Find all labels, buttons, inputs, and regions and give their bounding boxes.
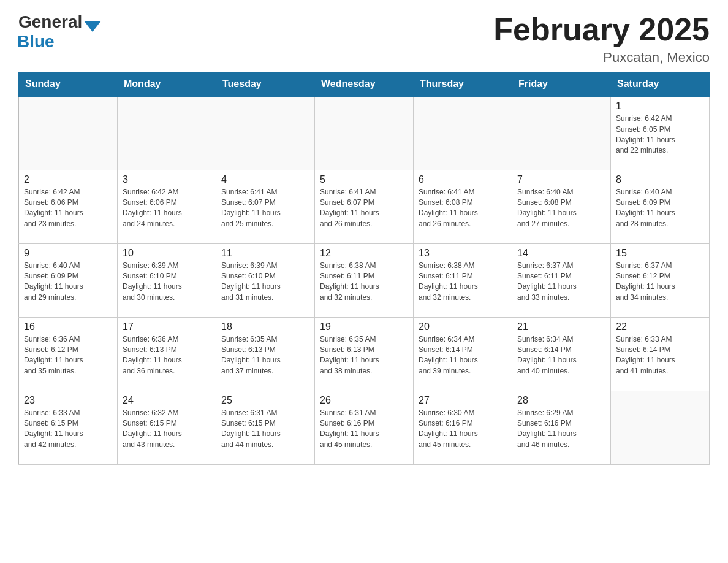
day-number: 21 (517, 321, 605, 332)
day-info: Sunrise: 6:32 AM Sunset: 6:15 PM Dayligh… (123, 408, 211, 451)
calendar-cell: 18Sunrise: 6:35 AM Sunset: 6:13 PM Dayli… (216, 317, 315, 391)
calendar-header: SundayMondayTuesdayWednesdayThursdayFrid… (19, 72, 710, 97)
day-number: 23 (24, 395, 112, 406)
calendar-cell: 24Sunrise: 6:32 AM Sunset: 6:15 PM Dayli… (118, 391, 216, 464)
calendar-cell: 5Sunrise: 6:41 AM Sunset: 6:07 PM Daylig… (315, 170, 414, 243)
calendar-cell (118, 96, 216, 170)
logo-general-text: General (18, 12, 82, 32)
calendar-week-row: 9Sunrise: 6:40 AM Sunset: 6:09 PM Daylig… (19, 243, 710, 317)
day-info: Sunrise: 6:34 AM Sunset: 6:14 PM Dayligh… (419, 334, 507, 377)
calendar-cell: 9Sunrise: 6:40 AM Sunset: 6:09 PM Daylig… (19, 243, 118, 317)
calendar-cell: 12Sunrise: 6:38 AM Sunset: 6:11 PM Dayli… (315, 243, 414, 317)
day-info: Sunrise: 6:42 AM Sunset: 6:06 PM Dayligh… (123, 187, 211, 230)
day-number: 15 (616, 248, 704, 259)
calendar-cell: 28Sunrise: 6:29 AM Sunset: 6:16 PM Dayli… (512, 391, 611, 464)
day-info: Sunrise: 6:41 AM Sunset: 6:07 PM Dayligh… (320, 187, 408, 230)
day-number: 26 (320, 395, 408, 406)
calendar-cell: 22Sunrise: 6:33 AM Sunset: 6:14 PM Dayli… (611, 317, 710, 391)
calendar-body: 1Sunrise: 6:42 AM Sunset: 6:05 PM Daylig… (19, 96, 710, 464)
day-info: Sunrise: 6:34 AM Sunset: 6:14 PM Dayligh… (517, 334, 605, 377)
calendar-cell: 16Sunrise: 6:36 AM Sunset: 6:12 PM Dayli… (19, 317, 118, 391)
title-block: February 2025 Puxcatan, Mexico (493, 12, 710, 66)
day-number: 14 (517, 248, 605, 259)
day-number: 16 (24, 321, 112, 332)
day-info: Sunrise: 6:31 AM Sunset: 6:15 PM Dayligh… (221, 408, 309, 451)
day-info: Sunrise: 6:38 AM Sunset: 6:11 PM Dayligh… (320, 261, 408, 304)
logo: General Blue (18, 12, 101, 52)
day-info: Sunrise: 6:42 AM Sunset: 6:05 PM Dayligh… (616, 113, 704, 156)
calendar-week-row: 23Sunrise: 6:33 AM Sunset: 6:15 PM Dayli… (19, 391, 710, 464)
day-number: 4 (221, 174, 309, 185)
day-number: 11 (221, 248, 309, 259)
day-info: Sunrise: 6:35 AM Sunset: 6:13 PM Dayligh… (221, 334, 309, 377)
day-number: 24 (123, 395, 211, 406)
calendar-week-row: 16Sunrise: 6:36 AM Sunset: 6:12 PM Dayli… (19, 317, 710, 391)
calendar-cell (315, 96, 414, 170)
weekday-header-sunday: Sunday (19, 72, 118, 97)
day-number: 8 (616, 174, 704, 185)
day-info: Sunrise: 6:35 AM Sunset: 6:13 PM Dayligh… (320, 334, 408, 377)
day-info: Sunrise: 6:33 AM Sunset: 6:14 PM Dayligh… (616, 334, 704, 377)
calendar-cell (512, 96, 611, 170)
page-header: General Blue February 2025 Puxcatan, Mex… (18, 12, 710, 66)
day-number: 2 (24, 174, 112, 185)
day-info: Sunrise: 6:40 AM Sunset: 6:09 PM Dayligh… (24, 261, 112, 304)
day-number: 22 (616, 321, 704, 332)
calendar-cell: 13Sunrise: 6:38 AM Sunset: 6:11 PM Dayli… (414, 243, 512, 317)
calendar-cell: 17Sunrise: 6:36 AM Sunset: 6:13 PM Dayli… (118, 317, 216, 391)
calendar-cell (19, 96, 118, 170)
calendar-cell: 11Sunrise: 6:39 AM Sunset: 6:10 PM Dayli… (216, 243, 315, 317)
calendar-subtitle: Puxcatan, Mexico (493, 50, 710, 66)
day-info: Sunrise: 6:40 AM Sunset: 6:09 PM Dayligh… (616, 187, 704, 230)
calendar-cell: 27Sunrise: 6:30 AM Sunset: 6:16 PM Dayli… (414, 391, 512, 464)
calendar-cell (611, 391, 710, 464)
day-info: Sunrise: 6:36 AM Sunset: 6:12 PM Dayligh… (24, 334, 112, 377)
day-info: Sunrise: 6:38 AM Sunset: 6:11 PM Dayligh… (419, 261, 507, 304)
day-info: Sunrise: 6:33 AM Sunset: 6:15 PM Dayligh… (24, 408, 112, 451)
day-number: 10 (123, 248, 211, 259)
day-number: 20 (419, 321, 507, 332)
calendar-week-row: 1Sunrise: 6:42 AM Sunset: 6:05 PM Daylig… (19, 96, 710, 170)
calendar-cell: 25Sunrise: 6:31 AM Sunset: 6:15 PM Dayli… (216, 391, 315, 464)
day-number: 6 (419, 174, 507, 185)
calendar-cell: 6Sunrise: 6:41 AM Sunset: 6:08 PM Daylig… (414, 170, 512, 243)
day-number: 19 (320, 321, 408, 332)
day-number: 18 (221, 321, 309, 332)
day-number: 1 (616, 101, 704, 112)
day-info: Sunrise: 6:41 AM Sunset: 6:08 PM Dayligh… (419, 187, 507, 230)
day-number: 13 (419, 248, 507, 259)
weekday-header-wednesday: Wednesday (315, 72, 414, 97)
day-number: 3 (123, 174, 211, 185)
day-number: 27 (419, 395, 507, 406)
day-info: Sunrise: 6:39 AM Sunset: 6:10 PM Dayligh… (221, 261, 309, 304)
calendar-cell: 4Sunrise: 6:41 AM Sunset: 6:07 PM Daylig… (216, 170, 315, 243)
calendar-cell: 10Sunrise: 6:39 AM Sunset: 6:10 PM Dayli… (118, 243, 216, 317)
calendar-cell: 1Sunrise: 6:42 AM Sunset: 6:05 PM Daylig… (611, 96, 710, 170)
day-number: 5 (320, 174, 408, 185)
logo-arrow-icon (84, 21, 101, 32)
day-info: Sunrise: 6:41 AM Sunset: 6:07 PM Dayligh… (221, 187, 309, 230)
day-number: 12 (320, 248, 408, 259)
calendar-cell: 3Sunrise: 6:42 AM Sunset: 6:06 PM Daylig… (118, 170, 216, 243)
weekday-header-tuesday: Tuesday (216, 72, 315, 97)
day-number: 25 (221, 395, 309, 406)
day-info: Sunrise: 6:30 AM Sunset: 6:16 PM Dayligh… (419, 408, 507, 451)
day-info: Sunrise: 6:37 AM Sunset: 6:12 PM Dayligh… (616, 261, 704, 304)
calendar-cell (414, 96, 512, 170)
calendar-cell: 20Sunrise: 6:34 AM Sunset: 6:14 PM Dayli… (414, 317, 512, 391)
weekday-header-saturday: Saturday (611, 72, 710, 97)
day-number: 7 (517, 174, 605, 185)
calendar-title: February 2025 (493, 12, 710, 47)
logo-blue-text: Blue (17, 32, 55, 52)
calendar-cell (216, 96, 315, 170)
day-number: 28 (517, 395, 605, 406)
calendar-cell: 2Sunrise: 6:42 AM Sunset: 6:06 PM Daylig… (19, 170, 118, 243)
day-number: 17 (123, 321, 211, 332)
weekday-header-friday: Friday (512, 72, 611, 97)
day-info: Sunrise: 6:40 AM Sunset: 6:08 PM Dayligh… (517, 187, 605, 230)
calendar-table: SundayMondayTuesdayWednesdayThursdayFrid… (18, 72, 710, 465)
day-info: Sunrise: 6:31 AM Sunset: 6:16 PM Dayligh… (320, 408, 408, 451)
calendar-cell: 8Sunrise: 6:40 AM Sunset: 6:09 PM Daylig… (611, 170, 710, 243)
calendar-cell: 19Sunrise: 6:35 AM Sunset: 6:13 PM Dayli… (315, 317, 414, 391)
calendar-cell: 26Sunrise: 6:31 AM Sunset: 6:16 PM Dayli… (315, 391, 414, 464)
